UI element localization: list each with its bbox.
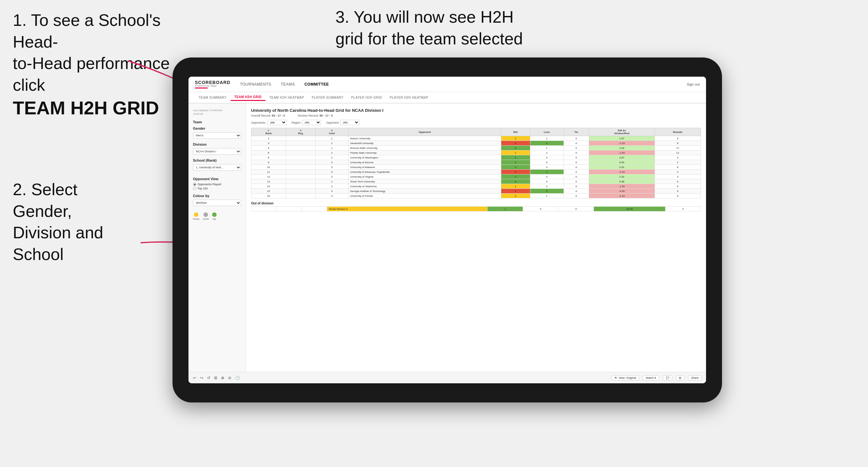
td-tie: 0 — [563, 146, 589, 151]
instruction-step3-line1: 3. You will now see H2H — [336, 8, 514, 26]
td-rounds: 3 — [655, 169, 701, 175]
th-win: Win — [501, 128, 530, 136]
sidebar-gender-select[interactable]: Men's — [193, 132, 241, 138]
td-win: 3 — [501, 179, 530, 184]
td-win: 1 — [501, 151, 530, 155]
td-diff: -1.00 — [589, 184, 655, 189]
toolbar-share-btn[interactable]: Share — [688, 375, 702, 380]
toolbar-watch-btn[interactable]: Watch ▾ — [643, 375, 659, 380]
nav-item-committee[interactable]: COMMITTEE — [305, 81, 329, 88]
colour-dot-up — [212, 212, 217, 217]
td-conf: 3 — [315, 160, 348, 165]
td-tie: 0 — [563, 160, 589, 165]
sub-nav-player-h2h-grid[interactable]: PLAYER H2H GRID — [347, 95, 386, 101]
table-row: 9 3 University of Arizona 1 0 0 9.00 2 — [251, 160, 701, 165]
td-tie: 0 — [563, 151, 589, 155]
td-loss: 1 — [530, 146, 563, 151]
td-opponent: Florida State University — [348, 151, 501, 155]
td-conf: 4 — [315, 189, 348, 193]
records-row: Overall Record: 89 - 17 - 0 Division Rec… — [251, 114, 701, 117]
sidebar-division-select[interactable]: NCAA Division I — [193, 148, 241, 155]
nav-sign-out[interactable]: Sign out — [687, 83, 700, 86]
toolbar-dash-icon[interactable]: ⊖ — [228, 376, 231, 380]
out-div-diff: 26.00 — [594, 207, 665, 212]
last-updated-label: Last Updated: 27/03/2024 — [193, 109, 222, 112]
sidebar-radio-group: Opponents Played Top 100 — [193, 183, 241, 190]
td-loss: 0 — [530, 175, 563, 179]
td-opponent: University of Virginia — [348, 175, 501, 179]
td-rounds: 3 — [655, 155, 701, 160]
toolbar-layout-btn[interactable]: ⊞ — [676, 375, 684, 380]
sub-nav-player-summary[interactable]: PLAYER SUMMARY — [308, 95, 347, 101]
toolbar-view-icon: 👁 — [614, 376, 617, 379]
instruction-step2-line2: Division and — [13, 223, 103, 242]
th-reg: #Reg — [286, 128, 315, 136]
td-win: 0 — [501, 169, 530, 175]
nav-item-teams[interactable]: TEAMS — [281, 81, 295, 88]
td-rank: 9 — [251, 160, 286, 165]
table-row: 6 2 Florida State University 1 2 0 -1.83… — [251, 151, 701, 155]
toolbar-comment-btn[interactable]: 💬 — [663, 375, 672, 380]
td-loss: 1 — [530, 169, 563, 175]
toolbar-refresh-icon[interactable]: ↺ — [207, 376, 210, 380]
toolbar-add-icon[interactable]: ⊕ — [221, 376, 224, 380]
table-row: 16 3 University of Florida 3 1 0 -4.42 9 — [251, 193, 701, 198]
td-opponent: Arizona State University — [348, 146, 501, 151]
filter-region-select[interactable]: (All) — [302, 120, 321, 125]
toolbar-view-label: View: Original — [619, 376, 636, 379]
sidebar-school-label: School (Rank) — [193, 158, 241, 162]
td-tie: 0 — [563, 141, 589, 146]
out-division-header: Out of division — [251, 201, 701, 205]
sub-nav-player-h2h-heatmap[interactable]: PLAYER H2H HEATMAP — [386, 95, 432, 101]
toolbar-redo-icon[interactable]: ↪ — [200, 376, 203, 380]
logo: SCOREBOARD Powered by clippi — [195, 80, 230, 89]
table-row: 14 2 University of Oklahoma 1 2 0 -1.00 … — [251, 184, 701, 189]
toolbar-crop-icon[interactable]: ⊞ — [214, 376, 217, 380]
sidebar: Last Updated: 27/03/2024 16:55:38 Team G… — [188, 103, 246, 372]
filter-opponent-select[interactable]: (All) — [340, 120, 360, 125]
filter-opponents-label: Opponents: — [251, 121, 266, 124]
td-reg — [286, 155, 315, 160]
sidebar-gender-label: Gender — [193, 126, 241, 130]
sidebar-school-select[interactable]: 1. University of Nort... — [193, 164, 241, 170]
overall-record-value: 89 - 17 - 0 — [272, 114, 285, 117]
td-loss: 1 — [530, 193, 563, 198]
td-win: 3 — [501, 165, 530, 169]
sidebar-division-label: Division — [193, 143, 241, 146]
instruction-step2-line3: School — [13, 245, 64, 263]
instruction-step2-line1: 2. Select Gender, — [13, 180, 77, 220]
toolbar-undo-icon[interactable]: ↩ — [193, 376, 196, 380]
td-rounds: 9 — [655, 184, 701, 189]
nav-item-tournaments[interactable]: TOURNAMENTS — [240, 81, 271, 88]
overall-record-label: Overall Record: 89 - 17 - 0 — [251, 114, 285, 117]
toolbar-clock-icon[interactable]: 🕐 — [235, 376, 240, 380]
table-row: 13 1 Texas Tech University 3 0 0 5.56 9 — [251, 179, 701, 184]
td-rounds: 17 — [655, 146, 701, 151]
td-loss: 0 — [530, 165, 563, 169]
td-win: 1 — [501, 160, 530, 165]
nav-items: TOURNAMENTS TEAMS COMMITTEE — [240, 81, 687, 88]
radio-opponents-played[interactable]: Opponents Played — [193, 183, 241, 186]
td-rank: 3 — [251, 141, 286, 146]
radio-dot-top100 — [193, 187, 196, 190]
td-reg — [286, 189, 315, 193]
filter-opponents-select[interactable]: (All) — [268, 120, 286, 125]
sub-nav-team-h2h-grid[interactable]: TEAM H2H GRID — [231, 94, 266, 101]
main-title: University of North Carolina Head-to-Hea… — [251, 108, 701, 113]
content-area: Last Updated: 27/03/2024 16:55:38 Team G… — [188, 103, 706, 372]
td-conf: 1 — [315, 179, 348, 184]
td-diff: 2.29 — [589, 146, 655, 151]
radio-top100[interactable]: Top 100 — [193, 187, 241, 190]
sub-nav-team-h2h-heatmap[interactable]: TEAM H2H HEATMAP — [266, 95, 308, 101]
colour-dot-level — [204, 212, 208, 217]
colour-dot-down — [194, 212, 198, 217]
td-conf: 1 — [315, 146, 348, 151]
td-tie: 0 — [563, 155, 589, 160]
toolbar-view-btn[interactable]: 👁 View: Original — [612, 375, 639, 380]
division-record-text: Division Record: — [298, 114, 319, 117]
td-rank: 6 — [251, 151, 286, 155]
sub-nav-team-summary[interactable]: TEAM SUMMARY — [195, 95, 231, 101]
sidebar-colour-select[interactable]: Win/loss — [193, 200, 241, 206]
tablet-screen: SCOREBOARD Powered by clippi TOURNAMENTS… — [188, 77, 706, 383]
td-opponent: University of Oklahoma — [348, 184, 501, 189]
